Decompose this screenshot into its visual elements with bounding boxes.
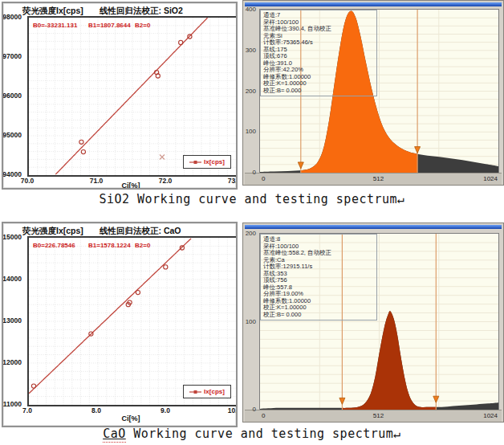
si-spectrum-panel[interactable]: 通道:7采样:100/100基准峰位:390.4, 自动校正元素:Si计数率:7…	[242, 0, 504, 186]
excluded-point	[160, 154, 165, 159]
calibration-method-title: 线性回归法校正: SiO2	[100, 6, 183, 17]
y-tick-label: 300	[246, 47, 256, 54]
data-point	[136, 291, 140, 295]
y-tick-label: 15000	[2, 233, 22, 241]
si-spectrum-plot: 通道:7采样:100/100基准峰位:390.4, 自动校正元素:Si计数率:7…	[259, 9, 499, 174]
y-tick-label: 100	[246, 318, 256, 325]
caption-text: Working curve and testing spectrum↵	[126, 427, 401, 441]
figure-caption-sio2[interactable]: SiO2 Working curve and testing spectrum↵	[0, 192, 504, 206]
x-axis-bar	[245, 173, 502, 186]
y-axis-title: 荧光强度Ix[cps]	[22, 6, 83, 17]
regression-coefficients: B0=226.78546 B1=1578.1224 B2=0	[29, 242, 236, 251]
y-tick-label: 100	[246, 128, 256, 135]
figure-caption-cao[interactable]: CaO Working curve and testing spectrum↵	[0, 427, 504, 441]
x-axis-bar	[245, 410, 502, 423]
caption-term: CaO	[103, 427, 126, 443]
spectrum-info-line: 校正:B= 0.000	[263, 88, 374, 95]
b0-coefficient: B0=-33231.131	[33, 22, 77, 29]
b0-coefficient: B0=226.78546	[33, 242, 75, 249]
y-tick-label: 95000	[2, 131, 22, 139]
sio2-curve-plot: B0=-33231.131 B1=1807.8644 B2=0 Ix[cps]	[27, 16, 238, 177]
y-tick-label: 13000	[2, 316, 22, 325]
caption-text: SiO2 Working curve and testing spectrum↵	[99, 192, 404, 206]
x-axis-label: Ci[%]	[122, 182, 140, 190]
y-tick-label: 11000	[3, 400, 22, 408]
spectrum-info-box: 通道:7采样:100/100基准峰位:390.4, 自动校正元素:Si计数率:7…	[260, 10, 377, 96]
spectrum-info-line: 校正:B= 0.000	[263, 312, 374, 319]
spectrum-title-bar	[245, 225, 502, 229]
legend-line-icon	[189, 389, 201, 395]
legend: Ix[cps]	[183, 155, 231, 169]
sio2-curve-canvas	[29, 18, 236, 178]
b2-coefficient: B2=0	[135, 242, 150, 249]
ca-spectrum-plot: 通道:8采样:100/100基准峰位:558.2, 自动校正元素:Ca计数率:1…	[259, 233, 499, 410]
legend-label: Ix[cps]	[204, 158, 225, 165]
ca-spectrum-panel[interactable]: 通道:8采样:100/100基准峰位:558.2, 自动校正元素:Ca计数率:1…	[242, 222, 504, 423]
cao-working-curve-panel[interactable]: 荧光强度Ix[cps] 线性回归法校正: CaO B0=226.78546 B1…	[2, 222, 238, 427]
y-tick-label: 98000	[2, 13, 22, 21]
y-tick-label: 200	[246, 88, 256, 95]
regression-line	[29, 239, 191, 394]
data-point	[164, 265, 168, 269]
y-tick-label: 97000	[2, 52, 22, 60]
sio2-working-curve-panel[interactable]: 荧光强度Ix[cps] 线性回归法校正: SiO2 B0=-33231.131 …	[2, 2, 238, 190]
cao-curve-canvas	[29, 238, 236, 408]
legend-line-icon	[189, 159, 201, 165]
x-axis-label: Ci[%]	[122, 414, 140, 423]
cao-curve-plot: B0=226.78546 B1=1578.1224 B2=0 Ix[cps]	[27, 236, 238, 406]
figure-page: 荧光强度Ix[cps] 线性回归法校正: SiO2 B0=-33231.131 …	[0, 0, 504, 445]
b1-coefficient: B1=1807.8644	[88, 22, 131, 29]
y-tick-label: 200	[246, 230, 256, 237]
y-tick-label: 12000	[2, 358, 22, 366]
data-point	[31, 384, 35, 388]
y-tick-label: 96000	[2, 92, 22, 100]
b1-coefficient: B1=1578.1224	[88, 242, 131, 249]
legend: Ix[cps]	[183, 385, 231, 398]
y-axis-title: 荧光强度Ix[cps]	[22, 226, 83, 237]
regression-coefficients: B0=-33231.131 B1=1807.8644 B2=0	[29, 22, 236, 31]
calibration-method-title: 线性回归法校正: CaO	[100, 226, 181, 237]
y-tick-label: 94000	[2, 170, 22, 178]
y-tick-label: 14000	[2, 275, 22, 283]
spectrum-title-bar	[245, 2, 502, 6]
legend-label: Ix[cps]	[204, 388, 225, 395]
y-tick-label: 400	[246, 6, 256, 13]
data-point	[179, 40, 183, 44]
spectrum-info-box: 通道:8采样:100/100基准峰位:558.2, 自动校正元素:Ca计数率:1…	[260, 234, 377, 320]
data-point	[81, 150, 85, 154]
b2-coefficient: B2=0	[135, 22, 150, 29]
